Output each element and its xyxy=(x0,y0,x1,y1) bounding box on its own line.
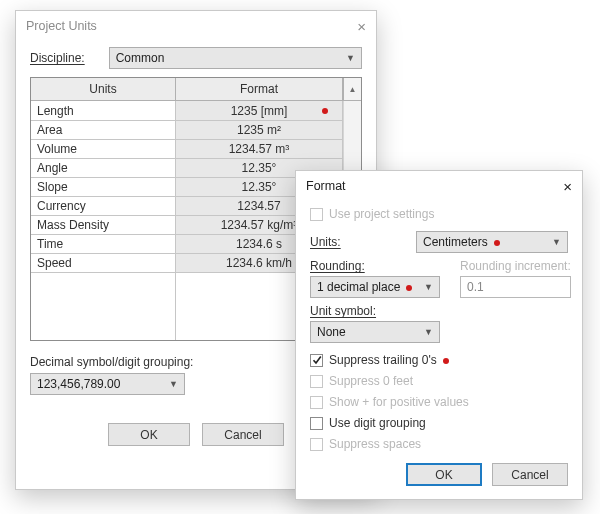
use-project-settings-checkbox: Use project settings xyxy=(310,207,434,221)
table-row[interactable]: Area1235 m² xyxy=(31,120,343,139)
chevron-down-icon: ▼ xyxy=(169,379,178,389)
units-col-header[interactable]: Units xyxy=(31,78,176,101)
checkmark-icon xyxy=(310,354,323,367)
suppress-trailing-checkbox[interactable]: Suppress trailing 0's xyxy=(310,353,568,367)
format-title: Format xyxy=(306,179,346,193)
table-row[interactable]: Length1235 [mm] xyxy=(31,101,343,120)
unit-name-cell: Slope xyxy=(31,178,176,196)
unit-name-cell: Angle xyxy=(31,159,176,177)
project-units-title: Project Units xyxy=(26,19,97,33)
discipline-label: Discipline: xyxy=(30,51,85,65)
unit-format-cell[interactable]: 1234.57 m³ xyxy=(176,140,343,158)
close-icon[interactable]: × xyxy=(346,19,366,34)
unit-name-cell: Length xyxy=(31,101,176,120)
format-col-header[interactable]: Format xyxy=(176,78,343,101)
chevron-down-icon: ▼ xyxy=(424,327,433,337)
discipline-select[interactable]: Common ▼ xyxy=(109,47,362,69)
format-dialog: Format × Use project settings Units: Cen… xyxy=(295,170,583,500)
unit-name-cell: Speed xyxy=(31,254,176,272)
dot-icon xyxy=(443,358,449,364)
chevron-down-icon: ▼ xyxy=(424,282,433,292)
discipline-value: Common xyxy=(116,51,165,65)
rounding-label: Rounding: xyxy=(310,259,440,273)
unit-name-cell: Mass Density xyxy=(31,216,176,234)
units-label: Units: xyxy=(310,235,406,249)
chevron-down-icon: ▼ xyxy=(346,53,355,63)
unit-name-cell: Volume xyxy=(31,140,176,158)
dot-icon xyxy=(406,285,412,291)
unit-symbol-label: Unit symbol: xyxy=(310,304,568,318)
table-row[interactable]: Volume1234.57 m³ xyxy=(31,139,343,158)
chevron-down-icon: ▼ xyxy=(552,237,561,247)
rounding-select[interactable]: 1 decimal place ▼ xyxy=(310,276,440,298)
unit-name-cell: Currency xyxy=(31,197,176,215)
unit-symbol-value: None xyxy=(317,325,346,339)
units-value: Centimeters xyxy=(423,235,488,249)
use-digit-grouping-checkbox[interactable]: Use digit grouping xyxy=(310,416,568,430)
unit-format-cell[interactable]: 1235 m² xyxy=(176,121,343,139)
rounding-increment-value: 0.1 xyxy=(467,280,484,294)
rounding-value: 1 decimal place xyxy=(317,280,400,294)
ok-button[interactable]: OK xyxy=(108,423,190,446)
dot-icon xyxy=(494,240,500,246)
unit-format-cell[interactable]: 1235 [mm] xyxy=(176,101,343,120)
decimal-grouping-value: 123,456,789.00 xyxy=(37,377,120,391)
decimal-grouping-select[interactable]: 123,456,789.00 ▼ xyxy=(30,373,185,395)
cancel-button[interactable]: Cancel xyxy=(202,423,284,446)
project-units-titlebar[interactable]: Project Units × xyxy=(16,11,376,41)
scroll-up-icon[interactable]: ▲ xyxy=(343,78,361,101)
suppress-0-feet-checkbox: Suppress 0 feet xyxy=(310,374,568,388)
cancel-button[interactable]: Cancel xyxy=(492,463,568,486)
unit-symbol-select[interactable]: None ▼ xyxy=(310,321,440,343)
suppress-spaces-checkbox: Suppress spaces xyxy=(310,437,568,451)
unit-name-cell: Area xyxy=(31,121,176,139)
ok-button[interactable]: OK xyxy=(406,463,482,486)
unit-name-cell: Time xyxy=(31,235,176,253)
show-plus-checkbox: Show + for positive values xyxy=(310,395,568,409)
rounding-increment-input: 0.1 xyxy=(460,276,571,298)
format-titlebar[interactable]: Format × xyxy=(296,171,582,201)
rounding-increment-label: Rounding increment: xyxy=(460,259,571,273)
dot-icon xyxy=(322,108,328,114)
units-select[interactable]: Centimeters ▼ xyxy=(416,231,568,253)
close-icon[interactable]: × xyxy=(552,179,572,194)
